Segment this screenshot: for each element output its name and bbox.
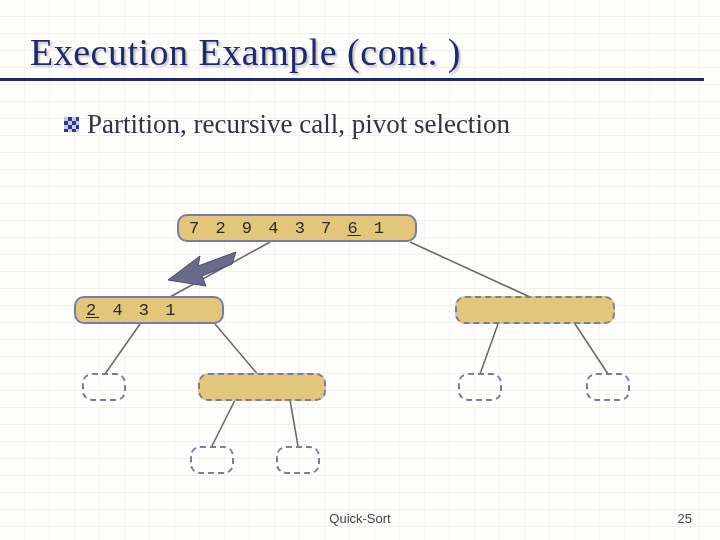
tree-diagram: 7 2 9 4 3 7 6 1 2 4 3 1 (0, 0, 720, 540)
svg-line-3 (215, 324, 260, 377)
svg-marker-8 (168, 252, 236, 286)
root-value: 2 (215, 219, 228, 238)
root-value: 3 (295, 219, 308, 238)
tree-node-empty (198, 373, 326, 401)
svg-line-2 (105, 324, 140, 374)
tree-left-child-node: 2 4 3 1 (74, 296, 224, 324)
root-pivot: 6 (347, 219, 360, 238)
bullet-item: Partition, recursive call, pivot selecti… (64, 109, 720, 140)
bullet-text: Partition, recursive call, pivot selecti… (87, 109, 510, 140)
arrow-icon (162, 246, 242, 290)
svg-line-7 (290, 400, 298, 446)
svg-line-4 (480, 324, 498, 374)
tree-node-empty (586, 373, 630, 401)
svg-line-6 (212, 400, 235, 446)
root-value: 1 (374, 219, 387, 238)
tree-right-child-node (455, 296, 615, 324)
root-value: 9 (242, 219, 255, 238)
root-value: 7 (321, 219, 334, 238)
svg-line-5 (575, 324, 608, 374)
footer-label: Quick-Sort (0, 511, 720, 526)
tree-node-empty (190, 446, 234, 474)
bullet-icon (64, 117, 79, 132)
svg-line-0 (170, 242, 270, 297)
footer-page-number: 25 (678, 511, 692, 526)
tree-node-empty (82, 373, 126, 401)
tree-node-empty (276, 446, 320, 474)
left-value: 1 (165, 301, 178, 320)
left-value: 3 (139, 301, 152, 320)
svg-line-1 (410, 242, 530, 297)
left-pivot: 2 (86, 301, 99, 320)
tree-root-node: 7 2 9 4 3 7 6 1 (177, 214, 417, 242)
root-value: 7 (189, 219, 202, 238)
slide-title: Execution Example (cont. ) (0, 0, 704, 81)
tree-edges (0, 0, 720, 540)
root-value: 4 (268, 219, 281, 238)
tree-node-empty (458, 373, 502, 401)
left-value: 4 (112, 301, 125, 320)
